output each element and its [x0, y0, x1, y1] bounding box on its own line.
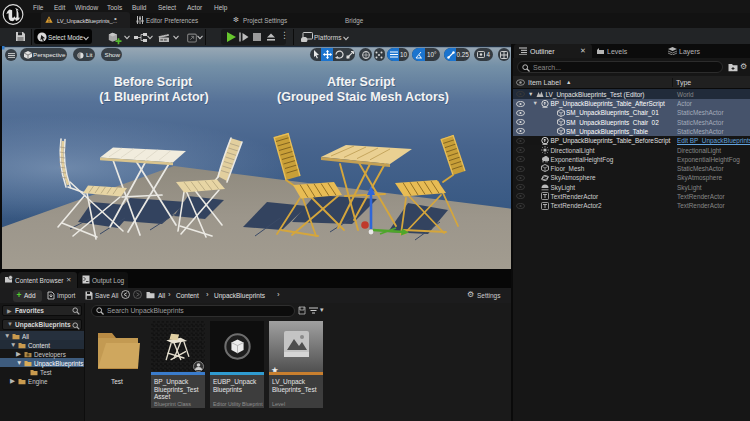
svg-text:Before Script: Before Script	[114, 75, 193, 89]
svg-text:(Grouped Staic Mesh Actors): (Grouped Staic Mesh Actors)	[277, 90, 449, 104]
svg-text:After Script: After Script	[327, 75, 396, 89]
svg-text:(1 Blueprint Actor): (1 Blueprint Actor)	[99, 90, 208, 104]
